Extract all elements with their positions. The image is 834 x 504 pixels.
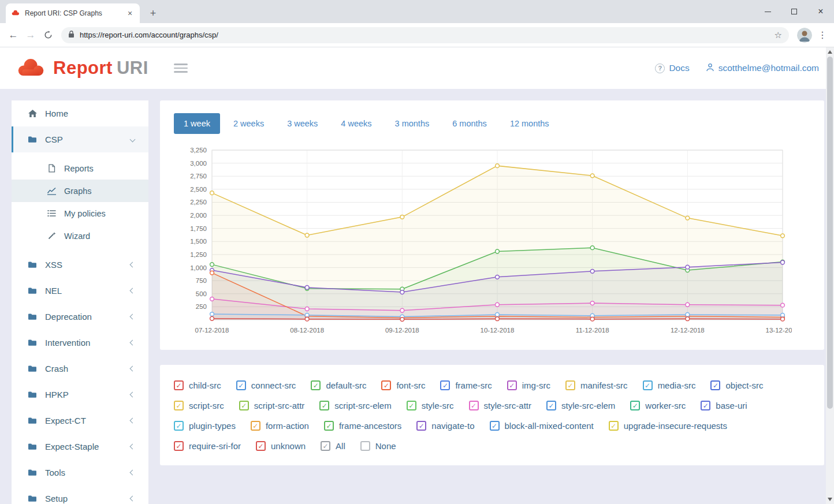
chevron-left-icon — [130, 496, 136, 502]
filter-none[interactable]: None — [360, 441, 396, 451]
address-bar[interactable]: https://report-uri.com/account/graphs/cs… — [61, 27, 789, 43]
filter-connect-src[interactable]: ✓connect-src — [236, 380, 296, 390]
checkbox-script-src[interactable]: ✓ — [174, 401, 184, 410]
filter-img-src[interactable]: ✓img-src — [507, 380, 550, 390]
minimize-button[interactable] — [754, 0, 781, 23]
checkbox-navigate-to[interactable]: ✓ — [416, 421, 426, 431]
filter-manifest-src[interactable]: ✓manifest-src — [565, 380, 628, 390]
browser-menu-button[interactable]: ⋮ — [816, 29, 829, 40]
checkbox-script-src-attr[interactable]: ✓ — [239, 401, 249, 410]
scrollbar-thumb[interactable] — [827, 57, 833, 409]
scroll-up-icon[interactable] — [828, 50, 832, 54]
tab-close-icon[interactable]: × — [125, 9, 135, 18]
sidebar-toggle-button[interactable] — [174, 64, 188, 73]
range-tab-3-months[interactable]: 3 months — [385, 113, 440, 134]
new-tab-button[interactable]: + — [146, 6, 161, 21]
checkbox-style-src-elem[interactable]: ✓ — [546, 401, 556, 410]
filter-default-src[interactable]: ✓default-src — [311, 380, 366, 390]
sidebar-item-crash[interactable]: Crash — [12, 356, 148, 382]
range-tab-6-months[interactable]: 6 months — [442, 113, 497, 134]
checkbox-object-src[interactable]: ✓ — [710, 380, 720, 390]
sidebar-item-graphs[interactable]: Graphs — [12, 180, 148, 202]
checkbox-upgrade-insecure-requests[interactable]: ✓ — [609, 421, 619, 431]
filter-frame-src[interactable]: ✓frame-src — [440, 380, 492, 390]
range-tab-4-weeks[interactable]: 4 weeks — [331, 113, 381, 134]
checkbox-manifest-src[interactable]: ✓ — [565, 380, 575, 390]
sidebar-item-tools[interactable]: Tools — [12, 460, 148, 486]
sidebar-item-reports[interactable]: Reports — [12, 157, 148, 180]
range-tab-2-weeks[interactable]: 2 weeks — [224, 113, 274, 134]
sidebar-item-deprecation[interactable]: Deprecation — [12, 304, 148, 330]
range-tab-12-months[interactable]: 12 months — [500, 113, 559, 134]
filter-plugin-types[interactable]: ✓plugin-types — [174, 421, 236, 431]
filter-style-src-attr[interactable]: ✓style-src-attr — [469, 401, 532, 410]
account-menu[interactable]: scotthelme@hotmail.com — [706, 63, 819, 74]
sidebar-item-nel[interactable]: NEL — [12, 278, 148, 304]
sidebar-item-my-policies[interactable]: My policies — [12, 202, 148, 225]
checkbox-require-sri-for[interactable]: ✓ — [174, 441, 184, 451]
filter-script-src-attr[interactable]: ✓script-src-attr — [239, 401, 305, 410]
sidebar-item-home[interactable]: Home — [12, 100, 148, 126]
checkbox-form-action[interactable]: ✓ — [251, 421, 260, 431]
filter-unknown[interactable]: ✓unknown — [256, 441, 306, 451]
filter-style-src-elem[interactable]: ✓style-src-elem — [546, 401, 615, 410]
filter-style-src[interactable]: ✓style-src — [407, 401, 454, 410]
browser-tab[interactable]: Report URI: CSP Graphs × — [6, 3, 140, 23]
filter-script-src[interactable]: ✓script-src — [174, 401, 224, 410]
sidebar-item-expect-ct[interactable]: Expect-CT — [12, 408, 148, 434]
page-scrollbar[interactable] — [826, 47, 834, 504]
sidebar-item-intervention[interactable]: Intervention — [12, 330, 148, 356]
checkbox-block-all-mixed-content[interactable]: ✓ — [490, 421, 500, 431]
sidebar-item-wizard[interactable]: Wizard — [12, 225, 148, 247]
filter-frame-ancestors[interactable]: ✓frame-ancestors — [324, 421, 401, 431]
sidebar-item-setup[interactable]: Setup — [12, 486, 148, 504]
sidebar-item-hpkp[interactable]: HPKP — [12, 382, 148, 408]
filter-worker-src[interactable]: ✓worker-src — [630, 401, 686, 410]
filter-upgrade-insecure-requests[interactable]: ✓upgrade-insecure-requests — [609, 421, 727, 431]
sidebar-item-xss[interactable]: XSS — [12, 252, 148, 278]
maximize-button[interactable] — [781, 0, 807, 23]
filter-script-src-elem[interactable]: ✓script-src-elem — [319, 401, 391, 410]
checkbox-font-src[interactable]: ✓ — [381, 380, 391, 390]
checkbox-frame-ancestors[interactable]: ✓ — [324, 421, 334, 431]
filter-navigate-to[interactable]: ✓navigate-to — [416, 421, 474, 431]
checkbox-script-src-elem[interactable]: ✓ — [319, 401, 329, 410]
docs-link[interactable]: ? Docs — [655, 63, 689, 73]
checkbox-style-src[interactable]: ✓ — [407, 401, 416, 410]
checkbox-child-src[interactable]: ✓ — [174, 380, 184, 390]
filter-require-sri-for[interactable]: ✓require-sri-for — [174, 441, 241, 451]
bookmark-star-icon[interactable]: ☆ — [775, 30, 782, 40]
checkbox-all[interactable]: ✓ — [321, 441, 330, 451]
checkbox-unknown[interactable]: ✓ — [256, 441, 266, 451]
filter-object-src[interactable]: ✓object-src — [710, 380, 763, 390]
checkbox-media-src[interactable]: ✓ — [643, 380, 653, 390]
filter-form-action[interactable]: ✓form-action — [251, 421, 309, 431]
checkbox-style-src-attr[interactable]: ✓ — [469, 401, 479, 410]
profile-avatar[interactable] — [797, 28, 812, 43]
back-button[interactable]: ← — [5, 27, 22, 44]
filter-all[interactable]: ✓All — [321, 441, 345, 451]
checkbox-default-src[interactable]: ✓ — [311, 380, 321, 390]
checkbox-plugin-types[interactable]: ✓ — [174, 421, 184, 431]
filter-block-all-mixed-content[interactable]: ✓block-all-mixed-content — [490, 421, 594, 431]
filter-base-uri[interactable]: ✓base-uri — [701, 401, 747, 410]
sidebar-item-csp[interactable]: CSP — [12, 126, 148, 152]
forward-button[interactable]: → — [22, 27, 39, 44]
checkbox-worker-src[interactable]: ✓ — [630, 401, 640, 410]
filter-child-src[interactable]: ✓child-src — [174, 380, 221, 390]
checkbox-frame-src[interactable]: ✓ — [440, 380, 450, 390]
scroll-down-icon[interactable] — [828, 498, 832, 501]
filter-label: None — [375, 441, 396, 451]
filter-font-src[interactable]: ✓font-src — [381, 380, 425, 390]
range-tab-1-week[interactable]: 1 week — [174, 113, 220, 134]
checkbox-base-uri[interactable]: ✓ — [701, 401, 710, 410]
range-tab-3-weeks[interactable]: 3 weeks — [277, 113, 327, 134]
sidebar-item-expect-staple[interactable]: Expect-Staple — [12, 434, 148, 460]
reporturi-logo[interactable]: ReportURI — [15, 57, 148, 80]
checkbox-img-src[interactable]: ✓ — [507, 380, 517, 390]
filter-media-src[interactable]: ✓media-src — [643, 380, 696, 390]
close-button[interactable]: × — [807, 0, 834, 23]
checkbox-connect-src[interactable]: ✓ — [236, 380, 246, 390]
reload-button[interactable] — [39, 27, 57, 44]
checkbox-none[interactable] — [360, 441, 370, 451]
